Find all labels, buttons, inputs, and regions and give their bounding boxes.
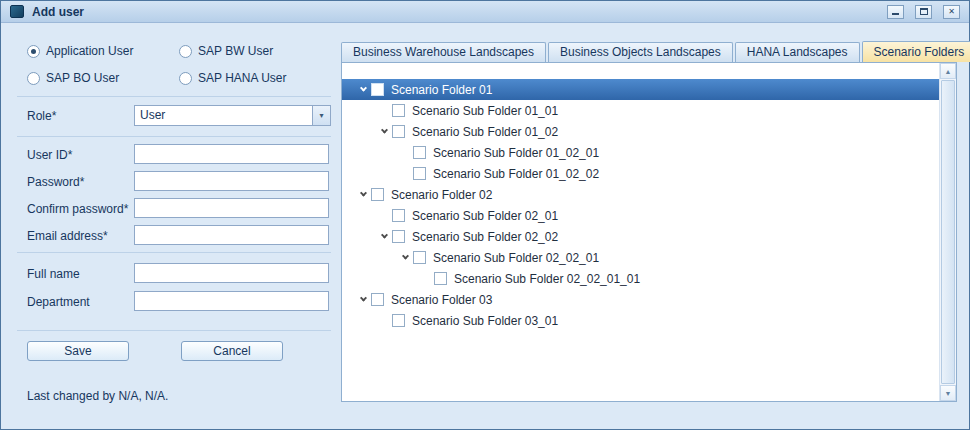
tree-checkbox[interactable] <box>413 251 426 264</box>
tree-item-label: Scenario Folder 03 <box>391 293 492 307</box>
radio-icon <box>27 72 40 85</box>
tree-indent <box>355 320 376 321</box>
chevron-down-icon <box>380 232 387 239</box>
separator <box>17 96 331 97</box>
department-input[interactable] <box>134 291 329 311</box>
expander-icon[interactable] <box>376 121 392 142</box>
tree-checkbox[interactable] <box>371 293 384 306</box>
window-controls: ✕ <box>887 5 960 19</box>
tree-row[interactable]: Scenario Sub Folder 03_01 <box>355 310 939 331</box>
tab-bar: Business Warehouse Landscapes Business O… <box>341 41 970 62</box>
tree-item-label: Scenario Folder 02 <box>391 188 492 202</box>
tree-row[interactable]: Scenario Sub Folder 01_02 <box>355 121 939 142</box>
tree-indent <box>355 215 376 216</box>
tree: Scenario Folder 01 Scenario Sub Folder 0… <box>342 63 939 401</box>
maximize-icon <box>920 8 928 15</box>
tree-checkbox[interactable] <box>392 209 405 222</box>
radio-label: Application User <box>46 44 133 58</box>
scroll-down-button[interactable]: ▼ <box>940 385 956 401</box>
scroll-thumb[interactable] <box>941 80 955 384</box>
tree-item-label: Scenario Sub Folder 01_01 <box>412 104 558 118</box>
tree-item-label: Scenario Sub Folder 02_02_01_01 <box>454 272 640 286</box>
chevron-down-icon <box>359 85 366 92</box>
password-label: Password* <box>27 175 84 189</box>
user-id-label: User ID* <box>27 148 72 162</box>
confirm-password-input[interactable] <box>134 198 329 218</box>
tree-checkbox[interactable] <box>371 83 384 96</box>
user-id-input[interactable] <box>134 144 329 164</box>
tree-indent <box>355 173 397 174</box>
tab-business-warehouse-landscapes[interactable]: Business Warehouse Landscapes <box>341 42 546 62</box>
chevron-down-icon <box>359 190 366 197</box>
tree-checkbox[interactable] <box>392 125 405 138</box>
radio-sap-bo-user[interactable]: SAP BO User <box>27 71 119 85</box>
tree-row[interactable]: Scenario Folder 01 <box>342 79 939 100</box>
tree-checkbox[interactable] <box>434 272 447 285</box>
tab-hana-landscapes[interactable]: HANA Landscapes <box>735 42 860 62</box>
tree-indent <box>355 257 397 258</box>
tree-row[interactable]: Scenario Folder 02 <box>355 184 939 205</box>
radio-sap-hana-user[interactable]: SAP HANA User <box>179 71 286 85</box>
close-button[interactable]: ✕ <box>943 5 960 19</box>
tree-item-label: Scenario Folder 01 <box>391 83 492 97</box>
radio-application-user[interactable]: Application User <box>27 44 133 58</box>
minimize-icon <box>892 13 899 15</box>
expander-icon[interactable] <box>355 79 371 100</box>
chevron-down-icon <box>380 127 387 134</box>
tree-checkbox[interactable] <box>392 314 405 327</box>
titlebar: Add user ✕ <box>1 1 969 23</box>
expander-icon[interactable] <box>355 289 371 310</box>
role-select[interactable]: User ▾ <box>134 105 331 126</box>
separator <box>17 252 331 253</box>
tree-row[interactable]: Scenario Sub Folder 02_01 <box>355 205 939 226</box>
expander-icon[interactable] <box>376 226 392 247</box>
tab-business-objects-landscapes[interactable]: Business Objects Landscapes <box>548 42 733 62</box>
tree-row[interactable]: Scenario Folder 03 <box>355 289 939 310</box>
tree-item-label: Scenario Sub Folder 02_02 <box>412 230 558 244</box>
radio-icon <box>27 45 40 58</box>
window-title: Add user <box>32 5 84 19</box>
chevron-down-icon <box>401 253 408 260</box>
tree-row[interactable]: Scenario Sub Folder 02_02_01_01 <box>355 268 939 289</box>
tree-checkbox[interactable] <box>371 188 384 201</box>
tree-indent <box>355 131 376 132</box>
tree-row[interactable]: Scenario Sub Folder 02_02_01 <box>355 247 939 268</box>
save-button[interactable]: Save <box>27 341 129 361</box>
last-changed-text: Last changed by N/A, N/A. <box>27 389 168 403</box>
minimize-button[interactable] <box>887 5 904 19</box>
add-user-dialog: Add user ✕ Application User SAP BW User … <box>0 0 970 430</box>
tree-row[interactable]: Scenario Sub Folder 01_02_02 <box>355 163 939 184</box>
tree-item-label: Scenario Sub Folder 02_02_01 <box>433 251 599 265</box>
email-input[interactable] <box>134 225 329 245</box>
maximize-button[interactable] <box>915 5 932 19</box>
separator <box>17 330 331 331</box>
tree-checkbox[interactable] <box>392 104 405 117</box>
tree-item-label: Scenario Sub Folder 01_02_01 <box>433 146 599 160</box>
radio-label: SAP BO User <box>46 71 119 85</box>
tree-checkbox[interactable] <box>413 167 426 180</box>
app-icon <box>10 5 24 18</box>
tab-scenario-folders[interactable]: Scenario Folders <box>862 41 970 62</box>
email-label: Email address* <box>27 229 108 243</box>
separator <box>17 136 331 137</box>
expander-icon[interactable] <box>355 184 371 205</box>
chevron-down-icon <box>359 295 366 302</box>
password-input[interactable] <box>134 171 329 191</box>
tree-checkbox[interactable] <box>392 230 405 243</box>
expander-icon[interactable] <box>397 247 413 268</box>
tree-row[interactable]: Scenario Sub Folder 02_02 <box>355 226 939 247</box>
scroll-up-button[interactable]: ▲ <box>940 63 956 79</box>
tree-indent <box>355 278 418 279</box>
chevron-down-icon[interactable]: ▾ <box>312 106 330 125</box>
radio-sap-bw-user[interactable]: SAP BW User <box>179 44 273 58</box>
tree-indent <box>355 152 397 153</box>
tree-row[interactable]: Scenario Sub Folder 01_01 <box>355 100 939 121</box>
cancel-button[interactable]: Cancel <box>181 341 283 361</box>
tree-row[interactable]: Scenario Sub Folder 01_02_01 <box>355 142 939 163</box>
full-name-input[interactable] <box>134 263 329 283</box>
radio-icon <box>179 45 192 58</box>
tree-item-label: Scenario Sub Folder 01_02 <box>412 125 558 139</box>
tree-scrollbar[interactable]: ▲ ▼ <box>939 63 956 401</box>
tree-checkbox[interactable] <box>413 146 426 159</box>
role-label: Role* <box>27 109 56 123</box>
